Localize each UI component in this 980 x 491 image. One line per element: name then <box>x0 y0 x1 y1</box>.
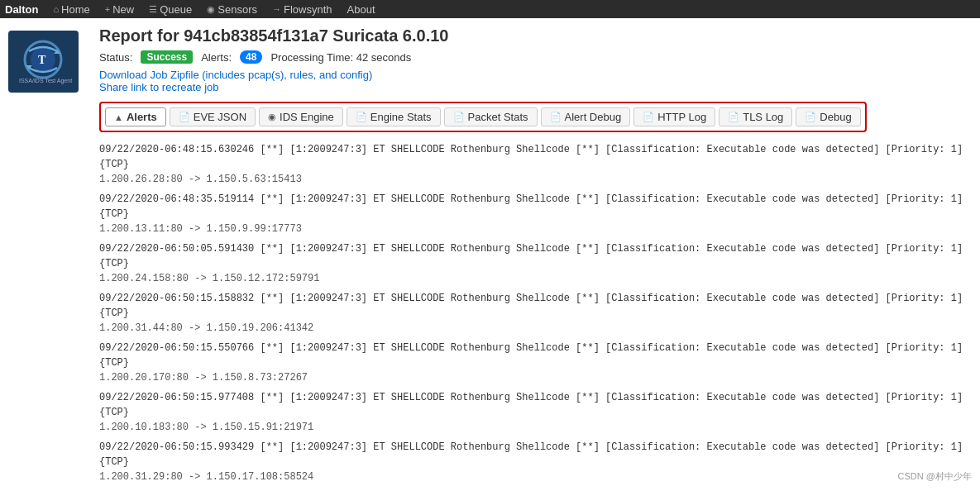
packet-stats-tab-icon: 📄 <box>453 112 465 122</box>
tab-label-alert-debug: Alert Debug <box>565 111 622 123</box>
alert-line1-2: 09/22/2020-06:50:05.591430 [**] [1:20092… <box>99 241 972 271</box>
status-line: Status: Success Alerts: 48 Processing Ti… <box>99 50 972 64</box>
nav-label-queue: Queue <box>160 3 192 16</box>
tab-alerts[interactable]: ▲Alerts <box>105 107 166 126</box>
alert-line1-5: 09/22/2020-06:50:15.977408 [**] [1:20092… <box>99 390 972 420</box>
alert-line2-3: 1.200.31.44:80 -> 1.150.19.206:41342 <box>99 321 972 336</box>
tab-label-ids-engine: IDS Engine <box>280 111 334 123</box>
logo-box: T ISSA/IDS Test Agent <box>8 31 79 93</box>
alert-entry-0: 09/22/2020-06:48:15.630246 [**] [1:20092… <box>99 142 972 187</box>
tab-engine-stats[interactable]: 📄Engine Stats <box>347 107 441 126</box>
tab-eve-json[interactable]: 📄EVE JSON <box>170 107 256 126</box>
brand[interactable]: Dalton <box>5 3 38 16</box>
alert-line2-1: 1.200.13.11:80 -> 1.150.9.99:17773 <box>99 222 972 236</box>
http-log-tab-icon: 📄 <box>643 112 654 122</box>
alerts-label: Alerts: <box>201 51 232 64</box>
status-badge: Success <box>141 50 193 64</box>
svg-text:ISSA/IDS Test Agent: ISSA/IDS Test Agent <box>19 78 72 84</box>
status-label: Status: <box>99 51 132 64</box>
navbar: Dalton ⌂Home+New☰Queue◉Sensors→Flowsynth… <box>0 0 980 18</box>
logo-area: T ISSA/IDS Test Agent <box>8 26 91 491</box>
tls-log-tab-icon: 📄 <box>728 112 739 122</box>
flowsynth-icon: → <box>272 4 281 14</box>
nav-menu: ⌂Home+New☰Queue◉Sensors→FlowsynthAbout <box>46 0 381 18</box>
nav-label-about: About <box>347 3 375 16</box>
tabs-container: ▲Alerts📄EVE JSON◉IDS Engine📄Engine Stats… <box>99 102 867 132</box>
queue-icon: ☰ <box>149 4 157 15</box>
nav-item-new[interactable]: +New <box>98 0 141 18</box>
report-area: Report for 941cb83854f131a7 Suricata 6.0… <box>91 26 972 491</box>
nav-label-home: Home <box>61 3 90 16</box>
debug-tab-icon: 📄 <box>805 112 816 122</box>
alert-line1-6: 09/22/2020-06:50:15.993429 [**] [1:20092… <box>99 440 972 470</box>
alert-debug-tab-icon: 📄 <box>550 112 562 122</box>
sensors-icon: ◉ <box>207 4 215 15</box>
tab-tls-log[interactable]: 📄TLS Log <box>719 107 792 126</box>
svg-text:T: T <box>38 54 46 66</box>
alert-entry-1: 09/22/2020-06:48:35.519114 [**] [1:20092… <box>99 192 972 236</box>
alert-line1-0: 09/22/2020-06:48:15.630246 [**] [1:20092… <box>99 142 972 172</box>
logo-svg: T ISSA/IDS Test Agent <box>12 35 74 88</box>
processing-time: Processing Time: 42 seconds <box>270 51 411 64</box>
nav-label-sensors: Sensors <box>218 3 257 16</box>
new-icon: + <box>105 4 110 14</box>
alert-line2-5: 1.200.10.183:80 -> 1.150.15.91:21971 <box>99 420 972 435</box>
alert-line2-0: 1.200.26.28:80 -> 1.150.5.63:15413 <box>99 172 972 187</box>
tab-label-packet-stats: Packet Stats <box>468 111 528 123</box>
tab-ids-engine[interactable]: ◉IDS Engine <box>259 107 343 126</box>
download-link[interactable]: Download Job Zipfile (includes pcap(s), … <box>99 69 972 81</box>
alert-line2-4: 1.200.20.170:80 -> 1.150.8.73:27267 <box>99 370 972 385</box>
nav-item-sensors[interactable]: ◉Sensors <box>200 0 264 18</box>
alert-line1-3: 09/22/2020-06:50:15.158832 [**] [1:20092… <box>99 291 972 321</box>
alerts-tab-icon: ▲ <box>114 112 123 122</box>
alert-log: 09/22/2020-06:48:15.630246 [**] [1:20092… <box>99 142 972 491</box>
nav-item-about[interactable]: About <box>341 0 382 18</box>
tab-label-debug: Debug <box>820 111 851 123</box>
alert-entry-4: 09/22/2020-06:50:15.550766 [**] [1:20092… <box>99 341 972 385</box>
nav-item-queue[interactable]: ☰Queue <box>142 0 198 18</box>
tab-label-eve-json: EVE JSON <box>194 111 246 123</box>
alert-line1-1: 09/22/2020-06:48:35.519114 [**] [1:20092… <box>99 192 972 222</box>
main-content: T ISSA/IDS Test Agent Report for 941cb83… <box>0 18 980 491</box>
alert-line2-6: 1.200.31.29:80 -> 1.150.17.108:58524 <box>99 470 972 484</box>
alert-entry-3: 09/22/2020-06:50:15.158832 [**] [1:20092… <box>99 291 972 336</box>
alert-entry-5: 09/22/2020-06:50:15.977408 [**] [1:20092… <box>99 390 972 435</box>
alerts-count: 48 <box>240 50 262 64</box>
tab-label-http-log: HTTP Log <box>657 111 706 123</box>
tab-label-alerts: Alerts <box>127 111 157 123</box>
tab-label-engine-stats: Engine Stats <box>370 111 432 123</box>
tab-packet-stats[interactable]: 📄Packet Stats <box>444 107 538 126</box>
tab-alert-debug[interactable]: 📄Alert Debug <box>541 107 631 126</box>
tab-debug[interactable]: 📄Debug <box>796 107 860 126</box>
alert-line1-4: 09/22/2020-06:50:15.550766 [**] [1:20092… <box>99 341 972 370</box>
tab-label-tls-log: TLS Log <box>743 111 783 123</box>
report-title: Report for 941cb83854f131a7 Suricata 6.0… <box>99 26 972 45</box>
nav-item-flowsynth[interactable]: →Flowsynth <box>265 0 339 18</box>
engine-stats-tab-icon: 📄 <box>356 112 367 122</box>
nav-label-flowsynth: Flowsynth <box>284 3 332 16</box>
alert-line2-2: 1.200.24.158:80 -> 1.150.12.172:59791 <box>99 271 972 286</box>
nav-item-home[interactable]: ⌂Home <box>46 0 96 18</box>
share-link[interactable]: Share link to recreate job <box>99 81 972 93</box>
tab-http-log[interactable]: 📄HTTP Log <box>633 107 715 126</box>
nav-label-new: New <box>112 3 134 16</box>
home-icon: ⌂ <box>53 4 59 14</box>
links-area: Download Job Zipfile (includes pcap(s), … <box>99 69 972 93</box>
ids-engine-tab-icon: ◉ <box>268 112 276 122</box>
alert-entry-6: 09/22/2020-06:50:15.993429 [**] [1:20092… <box>99 440 972 484</box>
alert-entry-2: 09/22/2020-06:50:05.591430 [**] [1:20092… <box>99 241 972 286</box>
eve-json-tab-icon: 📄 <box>179 112 190 122</box>
